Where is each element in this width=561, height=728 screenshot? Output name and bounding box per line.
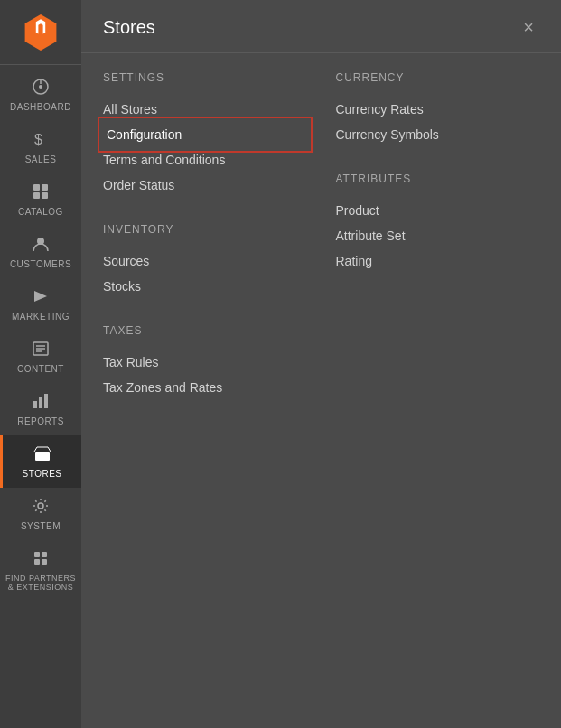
sidebar-item-customers[interactable]: CUSTOMERS xyxy=(0,226,81,278)
all-stores-link[interactable]: All Stores xyxy=(103,97,307,122)
svg-rect-24 xyxy=(42,559,47,565)
system-icon xyxy=(32,497,50,518)
order-status-link[interactable]: Order Status xyxy=(103,173,307,198)
sidebar-item-reports[interactable]: REPORTS xyxy=(0,383,81,435)
svg-point-1 xyxy=(39,85,42,89)
right-column: Currency Currency Rates Currency Symbols… xyxy=(322,71,540,425)
svg-rect-15 xyxy=(33,401,37,408)
stores-panel: Stores × Settings All Stores Configurati… xyxy=(81,0,561,728)
stocks-link[interactable]: Stocks xyxy=(103,274,307,299)
sidebar-item-catalog[interactable]: CATALOG xyxy=(0,173,81,226)
attributes-section: Attributes Product Attribute Set Rating xyxy=(336,173,540,274)
currency-rates-link[interactable]: Currency Rates xyxy=(336,97,540,122)
currency-symbols-link[interactable]: Currency Symbols xyxy=(336,122,540,147)
sidebar-item-label: FIND PARTNERS & EXTENSIONS xyxy=(5,574,77,592)
configuration-link[interactable]: Configuration xyxy=(103,122,307,147)
sidebar-item-label: CONTENT xyxy=(17,364,64,374)
svg-rect-10 xyxy=(34,295,39,297)
sidebar-item-stores[interactable]: STORES xyxy=(0,435,81,488)
stores-icon xyxy=(33,444,51,465)
inventory-section-title: Inventory xyxy=(103,223,307,236)
settings-section: Settings All Stores Configuration Terms … xyxy=(103,71,307,198)
sidebar-item-label: STORES xyxy=(23,469,62,479)
svg-rect-5 xyxy=(42,184,48,191)
attribute-set-link[interactable]: Attribute Set xyxy=(336,223,540,248)
currency-section-title: Currency xyxy=(336,71,540,84)
product-link[interactable]: Product xyxy=(336,198,540,223)
sidebar-item-marketing[interactable]: MARKETING xyxy=(0,278,81,331)
svg-rect-22 xyxy=(42,552,47,557)
tax-rules-link[interactable]: Tax Rules xyxy=(103,350,307,375)
taxes-section: Taxes Tax Rules Tax Zones and Rates xyxy=(103,324,307,400)
svg-rect-21 xyxy=(34,552,40,557)
svg-rect-6 xyxy=(33,192,40,199)
sidebar-item-label: CUSTOMERS xyxy=(10,259,71,269)
magento-logo-icon xyxy=(23,14,59,51)
panel-header: Stores × xyxy=(81,0,561,53)
customers-icon xyxy=(32,235,50,256)
sidebar-item-extensions[interactable]: FIND PARTNERS & EXTENSIONS xyxy=(0,540,81,601)
sidebar-item-sales[interactable]: $ SALES xyxy=(0,121,81,173)
svg-rect-17 xyxy=(44,394,48,408)
content-icon xyxy=(32,340,50,360)
sidebar-item-label: CATALOG xyxy=(18,207,63,217)
close-button[interactable]: × xyxy=(518,16,539,38)
tax-zones-rates-link[interactable]: Tax Zones and Rates xyxy=(103,375,307,400)
sidebar-item-label: SYSTEM xyxy=(21,521,61,531)
svg-rect-16 xyxy=(39,397,42,408)
panel-body: Settings All Stores Configuration Terms … xyxy=(81,53,561,443)
svg-rect-7 xyxy=(42,192,48,199)
sidebar-item-dashboard[interactable]: DASHBOARD xyxy=(0,69,81,121)
currency-section: Currency Currency Rates Currency Symbols xyxy=(336,71,540,147)
svg-rect-23 xyxy=(34,559,40,565)
dashboard-icon xyxy=(32,78,50,98)
svg-rect-19 xyxy=(40,455,45,461)
sidebar-item-label: REPORTS xyxy=(17,416,64,426)
sidebar-item-label: SALES xyxy=(25,154,57,164)
sidebar-item-system[interactable]: SYSTEM xyxy=(0,488,81,540)
sidebar-logo xyxy=(0,0,81,65)
inventory-section: Inventory Sources Stocks xyxy=(103,223,307,299)
panel-title: Stores xyxy=(103,17,155,38)
sidebar-item-content[interactable]: CONTENT xyxy=(0,331,81,383)
svg-text:$: $ xyxy=(34,132,42,147)
sidebar: DASHBOARD $ SALES CATALOG CUSTOMERS MARK… xyxy=(0,0,81,728)
rating-link[interactable]: Rating xyxy=(336,248,540,274)
sales-icon: $ xyxy=(32,130,50,151)
attributes-section-title: Attributes xyxy=(336,173,540,185)
reports-icon xyxy=(32,392,50,413)
catalog-icon xyxy=(32,182,50,203)
settings-section-title: Settings xyxy=(103,71,307,84)
svg-rect-4 xyxy=(33,184,40,191)
marketing-icon xyxy=(32,287,50,308)
left-column: Settings All Stores Configuration Terms … xyxy=(103,71,322,425)
sidebar-item-label: DASHBOARD xyxy=(10,102,71,112)
sources-link[interactable]: Sources xyxy=(103,248,307,274)
taxes-section-title: Taxes xyxy=(103,324,307,337)
sidebar-item-label: MARKETING xyxy=(12,312,70,322)
extensions-icon xyxy=(32,549,50,570)
svg-point-20 xyxy=(38,503,43,509)
terms-conditions-link[interactable]: Terms and Conditions xyxy=(103,147,307,173)
